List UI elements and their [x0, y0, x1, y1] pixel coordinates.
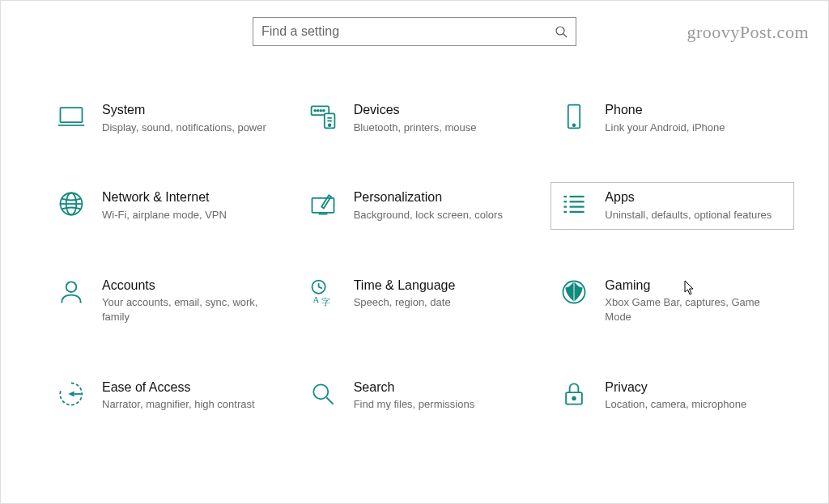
watermark: groovyPost.com [687, 22, 809, 43]
svg-point-10 [328, 124, 330, 126]
time-language-icon: A 字 [308, 277, 338, 307]
svg-line-31 [318, 286, 322, 288]
privacy-icon [559, 379, 589, 409]
tile-sub: Background, lock screen, colors [354, 208, 534, 222]
tile-sub: Bluetooth, printers, mouse [354, 121, 534, 135]
tile-sub: Wi-Fi, airplane mode, VPN [102, 208, 283, 222]
tile-title: Time & Language [354, 277, 534, 294]
tile-sub: Link your Android, iPhone [605, 121, 785, 135]
apps-icon [559, 189, 589, 218]
svg-point-14 [573, 124, 576, 126]
tile-apps[interactable]: Apps Uninstall, defaults, optional featu… [551, 182, 794, 229]
settings-grid: System Display, sound, notifications, po… [1, 78, 828, 435]
tile-sub: Speech, region, date [354, 295, 534, 310]
devices-icon [308, 102, 338, 131]
tile-search[interactable]: Search Find my files, permissions [300, 372, 543, 419]
svg-point-5 [314, 110, 316, 112]
svg-marker-35 [68, 391, 74, 396]
tile-title: Personalization [354, 189, 534, 206]
search-icon [555, 25, 568, 38]
search-input[interactable] [261, 24, 555, 39]
svg-point-0 [556, 27, 564, 35]
tile-title: Search [354, 379, 534, 396]
phone-icon [559, 102, 589, 131]
search-tile-icon [308, 379, 338, 409]
globe-icon [57, 189, 86, 218]
svg-line-38 [326, 397, 333, 404]
svg-point-6 [317, 110, 318, 112]
tile-sub: Narrator, magnifier, high contrast [102, 397, 283, 412]
tile-gaming[interactable]: Gaming Xbox Game Bar, captures, Game Mod… [551, 270, 794, 332]
tile-network[interactable]: Network & Internet Wi-Fi, airplane mode,… [48, 182, 291, 229]
tile-privacy[interactable]: Privacy Location, camera, microphone [551, 372, 794, 419]
tile-sub: Uninstall, defaults, optional features [605, 208, 785, 222]
ease-of-access-icon [57, 379, 86, 409]
svg-line-1 [563, 34, 567, 37]
accounts-icon [57, 277, 86, 307]
svg-point-8 [323, 110, 325, 112]
personalization-icon [308, 189, 338, 218]
tile-ease-of-access[interactable]: Ease of Access Narrator, magnifier, high… [48, 372, 291, 419]
tile-devices[interactable]: Devices Bluetooth, printers, mouse [300, 95, 543, 142]
svg-text:A: A [312, 294, 319, 303]
tile-sub: Display, sound, notifications, power [102, 121, 283, 135]
tile-phone[interactable]: Phone Link your Android, iPhone [551, 95, 794, 142]
svg-text:字: 字 [321, 297, 330, 307]
gaming-icon [559, 277, 589, 307]
svg-point-28 [66, 282, 77, 292]
tile-sub: Location, camera, microphone [605, 397, 785, 412]
tile-title: Apps [605, 189, 785, 206]
tile-title: Ease of Access [102, 379, 283, 396]
svg-point-7 [320, 110, 321, 112]
tile-title: Devices [354, 102, 534, 119]
svg-rect-2 [61, 108, 83, 122]
svg-point-37 [313, 384, 328, 399]
tile-title: Accounts [102, 277, 283, 294]
tile-title: System [102, 102, 283, 119]
tile-title: Phone [605, 102, 785, 119]
tile-system[interactable]: System Display, sound, notifications, po… [48, 95, 291, 142]
tile-accounts[interactable]: Accounts Your accounts, email, sync, wor… [48, 270, 291, 332]
search-box[interactable] [253, 17, 576, 46]
tile-sub: Your accounts, email, sync, work, family [102, 295, 283, 324]
tile-title: Gaming [605, 277, 785, 294]
tile-time-language[interactable]: A 字 Time & Language Speech, region, date [300, 270, 543, 332]
tile-sub: Xbox Game Bar, captures, Game Mode [605, 295, 785, 324]
svg-point-40 [573, 396, 576, 400]
tile-personalization[interactable]: Personalization Background, lock screen,… [300, 182, 543, 229]
system-icon [57, 102, 86, 131]
tile-title: Privacy [605, 379, 785, 396]
tile-sub: Find my files, permissions [354, 397, 534, 412]
tile-title: Network & Internet [102, 189, 283, 206]
